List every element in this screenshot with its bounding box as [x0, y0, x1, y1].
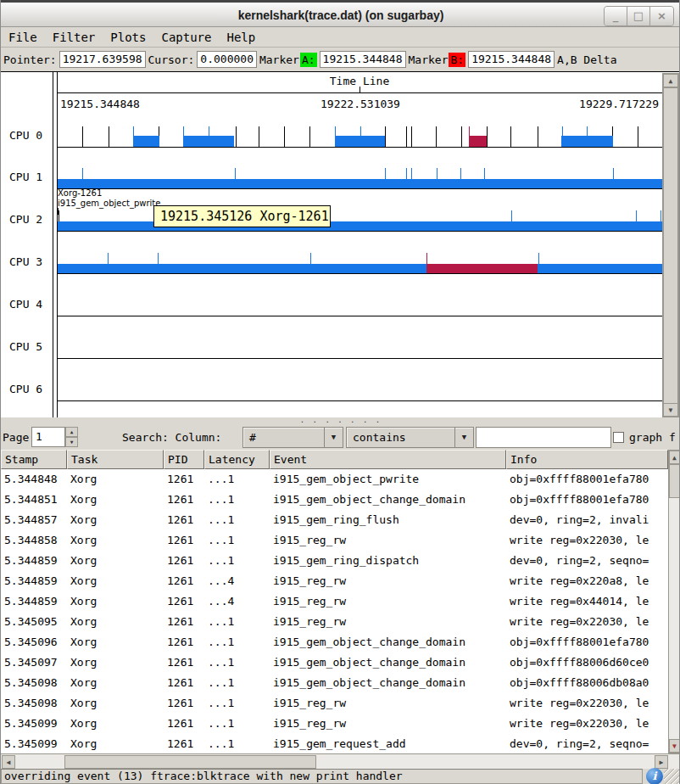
axis-tick-center: 19222.531039 — [244, 98, 477, 110]
close-button[interactable]: × — [650, 7, 673, 25]
table-row[interactable]: 5.344848Xorg1261...1i915_gem_object_pwri… — [1, 469, 668, 490]
scroll-up-icon[interactable]: ▲ — [663, 74, 678, 87]
table-row[interactable]: 5.344851Xorg1261...1i915_gem_object_chan… — [1, 490, 668, 510]
table-cell: write reg=0x22030, le — [506, 714, 668, 734]
cpu-label-6: CPU 6 — [9, 383, 42, 395]
menu-item-filter[interactable]: Filter — [45, 29, 103, 46]
table-row[interactable]: 5.344859Xorg1261...4i915_reg_rwwrite reg… — [1, 591, 668, 612]
table-row[interactable]: 5.345097Xorg1261...1i915_gem_object_chan… — [1, 652, 668, 673]
table-row[interactable]: 5.345096Xorg1261...1i915_gem_object_chan… — [1, 632, 668, 652]
table-cell: i915_reg_rw — [270, 530, 506, 551]
task-bar — [58, 179, 662, 188]
cpu-row-1[interactable] — [58, 168, 662, 189]
pointer-label: Pointer: — [3, 53, 57, 66]
event-table[interactable]: 5.344848Xorg1261...1i915_gem_object_pwri… — [1, 469, 668, 753]
event-tick — [385, 126, 386, 147]
cpu-row-2[interactable] — [58, 210, 662, 232]
title-bar[interactable]: kernelshark(trace.dat) (on sugarbay) _ □… — [1, 0, 680, 27]
table-row[interactable]: 5.344858Xorg1261...1i915_reg_rwwrite reg… — [1, 530, 668, 551]
event-tick — [109, 126, 109, 147]
scroll-down-icon[interactable]: ▼ — [669, 739, 680, 753]
table-horizontal-scrollbar[interactable]: ◀ ▶ — [1, 753, 680, 769]
table-row[interactable]: 5.345098Xorg1261...1i915_gem_object_chan… — [1, 673, 668, 693]
table-cell: Xorg — [67, 591, 164, 612]
column-header-pid[interactable]: PID — [164, 450, 204, 469]
table-cell: i915_reg_rw — [270, 693, 506, 714]
scroll-up-icon[interactable]: ▲ — [669, 451, 680, 464]
spin-up-icon[interactable]: ▲ — [65, 427, 78, 437]
table-cell: write reg=0x44014, le — [506, 591, 668, 612]
marker-b-label: Marker — [409, 53, 449, 66]
chevron-down-icon[interactable]: ▼ — [454, 428, 473, 447]
table-cell: i915_gem_request_add — [270, 734, 506, 753]
cpu-label-5: CPU 5 — [9, 340, 42, 353]
task-bar — [335, 136, 385, 147]
cpu-row-4[interactable] — [58, 295, 662, 316]
table-cell: ...1 — [204, 490, 270, 510]
timeline-plot[interactable]: Time Line 19215.344848 19222.531039 1922… — [57, 72, 661, 418]
column-header-info[interactable]: Info — [506, 450, 668, 469]
column-select[interactable]: # ▼ — [242, 427, 343, 448]
scroll-down-icon[interactable]: ▼ — [663, 403, 678, 417]
table-cell: 1261 — [164, 510, 204, 530]
maximize-button[interactable]: □ — [627, 7, 650, 25]
pointer-value: 19217.639598 — [59, 51, 146, 68]
table-row[interactable]: 5.344857Xorg1261...1i915_gem_ring_flushd… — [1, 510, 668, 530]
scroll-left-icon[interactable]: ◀ — [2, 755, 15, 769]
graph-vertical-scrollbar[interactable]: ▲ ▼ — [662, 73, 679, 417]
event-tick — [284, 126, 285, 147]
pane-splitter[interactable]: . . . . . . . — [1, 417, 680, 424]
cpu-label-4: CPU 4 — [9, 298, 42, 311]
table-scroll-thumb[interactable] — [669, 464, 680, 498]
table-vertical-scrollbar[interactable]: ▲ ▼ — [668, 450, 680, 753]
table-row[interactable]: 5.345098Xorg1261...1i915_reg_rwwrite reg… — [1, 693, 668, 714]
hscroll-thumb[interactable] — [64, 755, 316, 769]
event-tick — [487, 126, 488, 147]
graph-scroll-thumb[interactable] — [663, 87, 678, 405]
table-row[interactable]: 5.345095Xorg1261...1i915_reg_rwwrite reg… — [1, 612, 668, 632]
scroll-right-icon[interactable]: ▶ — [655, 755, 668, 769]
event-tick — [510, 126, 511, 147]
cpu-row-5[interactable] — [58, 338, 662, 359]
column-header-latency[interactable]: Latency — [204, 450, 270, 469]
table-cell: 5.345095 — [1, 612, 67, 632]
column-header-stamp[interactable]: Stamp — [1, 450, 67, 469]
search-input[interactable] — [476, 427, 611, 448]
chevron-down-icon[interactable]: ▼ — [324, 428, 343, 447]
page-spinbox[interactable]: 1 — [31, 427, 65, 447]
table-row[interactable]: 5.344859Xorg1261...1i915_gem_ring_dispat… — [1, 551, 668, 571]
menu-item-plots[interactable]: Plots — [103, 29, 153, 46]
info-icon[interactable]: i — [646, 768, 663, 784]
table-cell: write reg=0x22030, le — [506, 693, 668, 714]
table-cell: Xorg — [67, 714, 164, 734]
menu-item-capture[interactable]: Capture — [153, 29, 219, 46]
column-header-task[interactable]: Task — [67, 450, 164, 469]
graph-follows-checkbox[interactable] — [613, 432, 624, 443]
table-row[interactable]: 5.345099Xorg1261...1i915_reg_rwwrite reg… — [1, 714, 668, 734]
event-tick — [436, 126, 437, 147]
cpu-row-0[interactable] — [58, 126, 662, 148]
table-cell: obj=0xffff88001efa780 — [506, 490, 668, 510]
table-cell: 1261 — [164, 673, 204, 693]
cursor-value: 0.000000 — [197, 51, 257, 68]
spin-down-icon[interactable]: ▼ — [65, 437, 78, 447]
cpu-row-6[interactable] — [58, 380, 662, 401]
menu-item-help[interactable]: Help — [219, 29, 263, 46]
match-select[interactable]: contains ▼ — [346, 427, 474, 448]
page-label: Page — [3, 431, 29, 444]
marker-b-key: B: — [449, 53, 465, 67]
table-row[interactable]: 5.344859Xorg1261...4i915_reg_rwwrite reg… — [1, 571, 668, 591]
event-tick — [538, 126, 538, 147]
table-cell: Xorg — [67, 490, 164, 510]
table-row[interactable]: 5.345099Xorg1261...1i915_gem_request_add… — [1, 734, 668, 753]
resize-grip[interactable] — [664, 769, 680, 784]
table-cell: ...1 — [204, 469, 270, 490]
column-header-event[interactable]: Event — [270, 450, 506, 469]
task-bar — [469, 136, 487, 147]
table-cell: ...1 — [204, 734, 270, 753]
timeline-graph[interactable]: CPU 0CPU 1CPU 2CPU 3CPU 4CPU 5CPU 6 Time… — [1, 71, 680, 417]
cpu-row-3[interactable] — [58, 253, 662, 274]
table-cell: 5.344858 — [1, 530, 67, 551]
minimize-button[interactable]: _ — [605, 7, 627, 25]
menu-item-file[interactable]: File — [1, 29, 45, 46]
